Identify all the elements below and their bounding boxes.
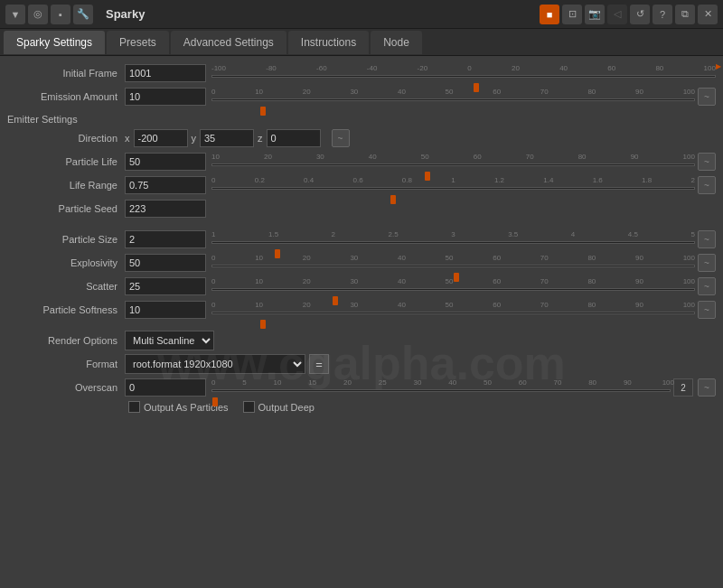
output-as-particles-checkbox[interactable]: [128, 401, 140, 413]
format-dropdown[interactable]: root.format 1920x1080: [125, 354, 305, 374]
emission-amount-row: Emission Amount 0102030405060708090100 ~: [7, 87, 716, 107]
tab-bar: Sparky Settings Presets Advanced Setting…: [0, 29, 723, 56]
x-label: x: [125, 133, 130, 144]
maximize-icon[interactable]: ⊡: [562, 5, 582, 24]
particle-size-wave-icon[interactable]: ~: [698, 230, 716, 248]
overscan-slider[interactable]: 051015202530405060708090100: [211, 378, 671, 397]
z-label: z: [258, 133, 263, 144]
emission-amount-input[interactable]: [125, 88, 206, 106]
particle-seed-input[interactable]: [125, 200, 206, 218]
scatter-label: Scatter: [7, 281, 125, 292]
particle-softness-wave-icon[interactable]: ~: [698, 301, 716, 319]
explosivity-scale: 0102030405060708090100: [211, 254, 695, 262]
explosivity-slider[interactable]: 0102030405060708090100: [211, 254, 695, 272]
direction-xyz: x y z ~: [125, 129, 350, 147]
window-title: Sparky: [106, 7, 540, 21]
render-options-row: Render Options Multi Scanline: [7, 331, 716, 350]
tab-advanced-settings[interactable]: Advanced Settings: [171, 31, 286, 54]
output-deep-checkbox[interactable]: [243, 401, 255, 413]
emitter-settings-label: Emitter Settings: [7, 114, 716, 125]
particle-size-row: Particle Size 11.522.533.544.55 ~: [7, 229, 716, 249]
scatter-input[interactable]: [125, 277, 206, 295]
initial-frame-scale: -100-80-60-40-20020406080▶100: [211, 64, 716, 72]
title-bar-icons: ▼ ◎ ▪ 🔧: [5, 5, 93, 24]
direction-x-input[interactable]: [134, 129, 188, 147]
scatter-row: Scatter 0102030405060708090100 ~: [7, 276, 716, 296]
particle-size-input[interactable]: [125, 230, 206, 248]
particle-seed-row: Particle Seed: [7, 199, 716, 219]
format-row: Format root.format 1920x1080 =: [7, 354, 716, 374]
square-icon[interactable]: ▪: [51, 5, 70, 24]
render-method-dropdown[interactable]: Multi Scanline: [125, 331, 214, 350]
tab-node[interactable]: Node: [371, 31, 422, 54]
life-range-label: Life Range: [7, 180, 125, 191]
particle-size-slider[interactable]: 11.522.533.544.55: [211, 230, 695, 248]
emission-wave-icon[interactable]: ~: [698, 88, 716, 106]
direction-label: Direction: [7, 133, 125, 144]
title-bar-right: ■ ⊡ 📷 ◁ ↺ ? ⧉ ✕: [540, 5, 718, 24]
particle-life-input[interactable]: [125, 153, 206, 171]
orange-box-icon[interactable]: ■: [540, 5, 559, 24]
initial-frame-input[interactable]: [125, 64, 206, 82]
title-bar: ▼ ◎ ▪ 🔧 Sparky ■ ⊡ 📷 ◁ ↺ ? ⧉ ✕: [0, 0, 723, 29]
equals-button[interactable]: =: [309, 354, 329, 374]
loop-icon[interactable]: ↺: [630, 5, 650, 24]
direction-y-input[interactable]: [200, 129, 254, 147]
scatter-wave-icon[interactable]: ~: [698, 277, 716, 295]
particle-softness-slider[interactable]: 0102030405060708090100: [211, 301, 695, 319]
output-deep-item: Output Deep: [243, 401, 315, 413]
wrench-icon[interactable]: 🔧: [73, 5, 93, 24]
explosivity-wave-icon[interactable]: ~: [698, 254, 716, 272]
life-range-thumb[interactable]: [390, 195, 396, 204]
overscan-thumb[interactable]: [212, 397, 218, 406]
tab-sparky-settings[interactable]: Sparky Settings: [4, 31, 105, 54]
overscan-value-box: 2: [673, 378, 693, 397]
scatter-slider[interactable]: 0102030405060708090100: [211, 277, 695, 295]
emission-amount-label: Emission Amount: [7, 91, 125, 102]
particle-seed-label: Particle Seed: [7, 203, 125, 214]
direction-wave-icon[interactable]: ~: [332, 129, 350, 147]
emission-amount-slider[interactable]: 0102030405060708090100: [211, 88, 695, 106]
question-icon[interactable]: ?: [653, 5, 672, 24]
emission-amount-thumb[interactable]: [260, 107, 266, 116]
initial-frame-slider[interactable]: -100-80-60-40-20020406080▶100: [211, 64, 716, 82]
main-content: www.cgalpha.com Initial Frame -100-80-60…: [0, 56, 723, 588]
close-icon[interactable]: ✕: [698, 5, 718, 24]
explosivity-row: Explosivity 0102030405060708090100 ~: [7, 253, 716, 273]
particle-softness-row: Particle Softness 0102030405060708090100…: [7, 300, 716, 320]
particle-softness-scale: 0102030405060708090100: [211, 301, 695, 309]
circle-icon[interactable]: ◎: [28, 5, 48, 24]
overscan-row: Overscan 051015202530405060708090100 2 ~: [7, 378, 716, 397]
emission-amount-scale: 0102030405060708090100: [211, 88, 695, 96]
detach-icon[interactable]: ⧉: [675, 5, 695, 24]
tab-presets[interactable]: Presets: [107, 31, 169, 54]
camera-icon[interactable]: 📷: [585, 5, 605, 24]
overscan-wave-icon[interactable]: ~: [698, 378, 716, 397]
life-range-input[interactable]: [125, 176, 206, 194]
initial-frame-label: Initial Frame: [7, 68, 125, 79]
particle-life-slider[interactable]: 102030405060708090100: [211, 153, 695, 171]
particle-size-scale: 11.522.533.544.55: [211, 230, 695, 238]
particle-life-label: Particle Life: [7, 156, 125, 167]
life-range-wave-icon[interactable]: ~: [698, 176, 716, 194]
direction-row: Direction x y z ~: [7, 128, 716, 148]
overscan-input[interactable]: [125, 378, 206, 397]
format-label: Format: [7, 359, 125, 369]
life-range-row: Life Range 00.20.40.60.811.21.41.61.82 ~: [7, 175, 716, 195]
life-range-slider[interactable]: 00.20.40.60.811.21.41.61.82: [211, 176, 695, 194]
render-options-label: Render Options: [7, 335, 125, 346]
tab-instructions[interactable]: Instructions: [288, 31, 369, 54]
particle-softness-thumb[interactable]: [260, 320, 266, 329]
particle-life-wave-icon[interactable]: ~: [698, 153, 716, 171]
format-controls: root.format 1920x1080 =: [125, 354, 329, 374]
dropdown-arrow-icon[interactable]: ▼: [5, 5, 25, 24]
particle-softness-label: Particle Softness: [7, 304, 125, 315]
direction-z-input[interactable]: [267, 129, 321, 147]
explosivity-label: Explosivity: [7, 257, 125, 268]
overscan-label: Overscan: [7, 382, 125, 393]
explosivity-input[interactable]: [125, 254, 206, 272]
life-range-scale: 00.20.40.60.811.21.41.61.82: [211, 176, 695, 184]
particle-life-scale: 102030405060708090100: [211, 153, 695, 161]
output-deep-label: Output Deep: [258, 402, 315, 413]
particle-softness-input[interactable]: [125, 301, 206, 319]
